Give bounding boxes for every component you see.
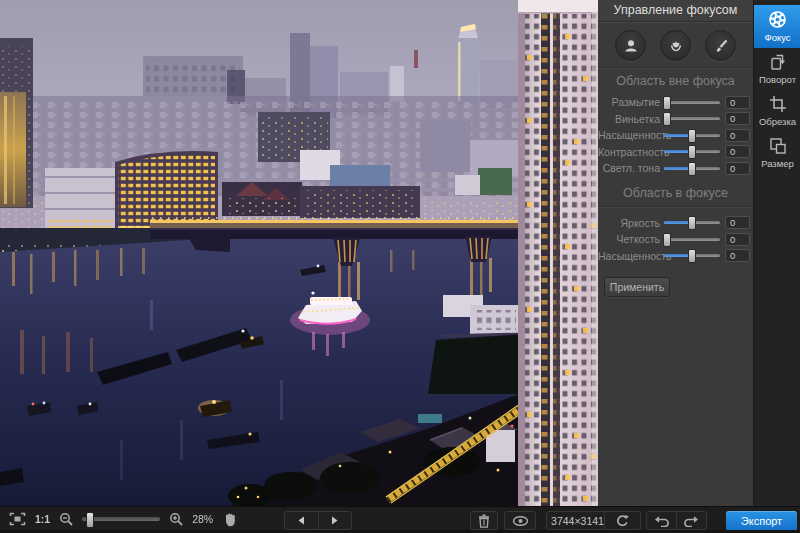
view-original-button[interactable] bbox=[504, 511, 536, 530]
slider-thumb[interactable] bbox=[688, 216, 696, 230]
next-arrow-icon bbox=[330, 516, 339, 525]
zoom-out-icon[interactable] bbox=[59, 512, 73, 526]
saturation-slider[interactable] bbox=[664, 134, 720, 137]
eye-icon bbox=[512, 515, 529, 527]
slider-value[interactable]: 0 bbox=[725, 96, 750, 109]
bangkok-dusk-photo bbox=[0, 0, 598, 506]
slider-label: Контрастность bbox=[598, 146, 660, 158]
zoom-in-icon[interactable] bbox=[169, 512, 183, 526]
slider-thumb[interactable] bbox=[663, 112, 671, 126]
tab-label: Обрезка bbox=[759, 116, 796, 127]
divider bbox=[598, 21, 753, 23]
photo-editor-window: Управление фокусом bbox=[0, 0, 800, 533]
trash-icon bbox=[478, 514, 490, 528]
divider bbox=[598, 206, 753, 208]
out-of-focus-sliders: Размытие 0 Виньетка 0 Насыщенность 0 Кон… bbox=[598, 94, 753, 177]
slider-label: Яркость bbox=[598, 217, 660, 229]
slider-row: Четкость 0 bbox=[598, 231, 753, 248]
photo-skyscraper bbox=[518, 0, 598, 506]
slider-thumb[interactable] bbox=[663, 233, 671, 247]
delete-button[interactable] bbox=[470, 511, 498, 530]
in-focus-sliders: Яркость 0 Четкость 0 Насыщенность 0 bbox=[598, 215, 753, 265]
slider-thumb[interactable] bbox=[688, 162, 696, 176]
contrast-slider[interactable] bbox=[664, 150, 720, 153]
prev-arrow-icon bbox=[297, 516, 306, 525]
zoom-percent-label: 28% bbox=[192, 513, 213, 525]
slider-value[interactable]: 0 bbox=[725, 233, 750, 246]
undo-icon bbox=[654, 515, 670, 527]
brightness-slider[interactable] bbox=[664, 221, 720, 224]
slider-label: Размытие bbox=[598, 96, 660, 108]
tab-label: Фокус bbox=[764, 32, 790, 43]
vignette-slider[interactable] bbox=[664, 117, 720, 120]
tab-focus[interactable]: Фокус bbox=[754, 5, 800, 48]
tab-rotate[interactable]: Поворот bbox=[754, 48, 800, 90]
slider-label: Светл. тона bbox=[598, 162, 660, 174]
tab-resize[interactable]: Размер bbox=[754, 132, 800, 174]
slider-row: Светл. тона 0 bbox=[598, 160, 753, 177]
slider-label: Насыщенность bbox=[598, 129, 660, 141]
slider-thumb[interactable] bbox=[663, 96, 671, 110]
tab-crop[interactable]: Обрезка bbox=[754, 90, 800, 132]
tools-rail: Фокус Поворот Обрезка Размер bbox=[753, 0, 800, 506]
reset-button[interactable] bbox=[604, 511, 641, 530]
divider bbox=[598, 67, 753, 69]
photo-canvas[interactable] bbox=[0, 0, 598, 506]
history-controls bbox=[646, 511, 707, 530]
zoom-slider-thumb[interactable] bbox=[86, 512, 94, 528]
slider-value[interactable]: 0 bbox=[725, 129, 750, 142]
slider-label: Насыщенность bbox=[598, 250, 660, 262]
macro-flower-icon bbox=[667, 37, 685, 55]
focus-tools-row bbox=[598, 30, 753, 61]
slider-label: Четкость bbox=[598, 233, 660, 245]
panel-title: Управление фокусом bbox=[598, 0, 753, 21]
fit-screen-icon[interactable] bbox=[9, 512, 26, 526]
slider-row: Насыщенность 0 bbox=[598, 127, 753, 144]
aperture-icon bbox=[767, 9, 788, 30]
slider-row: Размытие 0 bbox=[598, 94, 753, 111]
actual-size-button[interactable]: 1:1 bbox=[35, 513, 50, 525]
export-button[interactable]: Экспорт bbox=[726, 511, 797, 531]
slider-value[interactable]: 0 bbox=[725, 216, 750, 229]
slider-thumb[interactable] bbox=[688, 249, 696, 263]
zoom-controls: 1:1 28% bbox=[9, 511, 236, 527]
slider-thumb[interactable] bbox=[688, 129, 696, 143]
redo-icon bbox=[683, 515, 699, 527]
hand-icon[interactable] bbox=[222, 511, 236, 527]
macro-focus-button[interactable] bbox=[660, 30, 691, 61]
zoom-slider[interactable] bbox=[82, 517, 160, 521]
slider-thumb[interactable] bbox=[688, 145, 696, 159]
slider-value[interactable]: 0 bbox=[725, 112, 750, 125]
dimensions-label: 3744×3141 bbox=[551, 515, 604, 527]
apply-button[interactable]: Применить bbox=[604, 277, 670, 297]
highlights-slider[interactable] bbox=[664, 167, 720, 170]
previous-photo-button[interactable] bbox=[285, 512, 318, 529]
sharpness-slider[interactable] bbox=[664, 238, 720, 241]
redo-button[interactable] bbox=[677, 512, 706, 529]
photo-navigation bbox=[284, 511, 352, 530]
blur-slider[interactable] bbox=[664, 101, 720, 104]
infocus-saturation-slider[interactable] bbox=[664, 254, 720, 257]
resize-icon bbox=[768, 136, 788, 156]
portrait-focus-button[interactable] bbox=[615, 30, 646, 61]
focus-control-panel: Управление фокусом bbox=[598, 0, 753, 506]
brush-focus-button[interactable] bbox=[705, 30, 736, 61]
crop-icon bbox=[768, 94, 788, 114]
slider-label: Виньетка bbox=[598, 113, 660, 125]
slider-value[interactable]: 0 bbox=[725, 145, 750, 158]
slider-row: Виньетка 0 bbox=[598, 111, 753, 128]
slider-value[interactable]: 0 bbox=[725, 249, 750, 262]
tab-label: Размер bbox=[761, 158, 794, 169]
brush-icon bbox=[712, 37, 730, 55]
rotate-icon bbox=[768, 52, 788, 72]
status-bar: 1:1 28% bbox=[0, 506, 800, 533]
tab-label: Поворот bbox=[759, 74, 796, 85]
photo-riverside-roofs bbox=[222, 182, 420, 218]
reset-icon bbox=[615, 514, 630, 528]
next-photo-button[interactable] bbox=[318, 512, 351, 529]
slider-row: Контрастность 0 bbox=[598, 144, 753, 161]
slider-row: Насыщенность 0 bbox=[598, 248, 753, 265]
slider-value[interactable]: 0 bbox=[725, 162, 750, 175]
undo-button[interactable] bbox=[647, 512, 676, 529]
out-of-focus-title: Область вне фокуса bbox=[598, 74, 753, 88]
